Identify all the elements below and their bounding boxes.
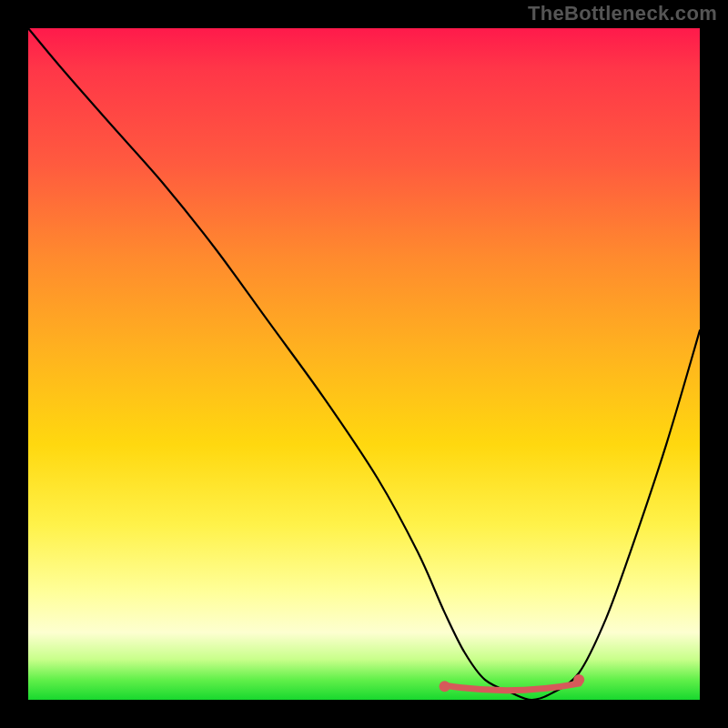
- optimal-zone-segment: [445, 683, 580, 691]
- optimal-zone-marker-left: [440, 681, 450, 692]
- plot-area: [28, 28, 700, 700]
- chart-frame: TheBottleneck.com: [0, 0, 728, 728]
- bottleneck-curve: [28, 28, 700, 700]
- optimal-zone-marker-right: [573, 674, 584, 685]
- watermark-text: TheBottleneck.com: [528, 2, 717, 25]
- chart-svg: [28, 28, 700, 700]
